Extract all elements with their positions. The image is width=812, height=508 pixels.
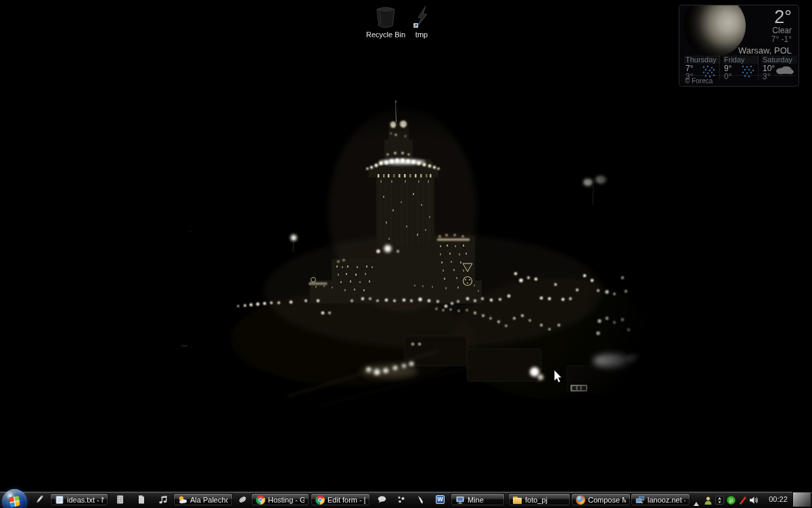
speech-bubble-icon[interactable] <box>377 494 387 505</box>
game-emblem-icon[interactable] <box>715 495 724 504</box>
weather-gadget[interactable]: 2° Clear 7° -1° Warsaw, POL Thursday 7° … <box>679 5 799 87</box>
chrome-icon <box>256 495 265 505</box>
foreca-credit: © Foreca <box>685 77 713 85</box>
gadget-divider <box>682 75 796 76</box>
volume-icon[interactable] <box>749 495 758 504</box>
forecast-day: Friday 9° 0° <box>719 56 758 81</box>
forecast-day: Saturday 10° 3° <box>758 56 796 81</box>
taskbar-button-putty[interactable]: lanooz.net - P... <box>631 493 690 506</box>
taskbar-button-chrome-edit-form[interactable]: Edit form - [ ... <box>311 493 370 506</box>
notepad-icon <box>55 495 64 505</box>
taskbar-button-mine[interactable]: Mine <box>451 493 505 506</box>
claw-icon[interactable] <box>415 494 426 505</box>
rain-showers-icon <box>740 64 756 82</box>
taskbar-button-notepad[interactable]: ideas.txt - Not... <box>50 493 108 506</box>
taskbar-button-weather-page[interactable]: Ala Palechow... <box>173 493 233 506</box>
desktop-icon-tmp[interactable]: tmp <box>396 3 447 39</box>
mouse-cursor <box>554 370 564 385</box>
utorrent-icon[interactable]: µ <box>727 495 736 504</box>
show-desktop-button[interactable] <box>792 492 811 507</box>
windows-logo-icon <box>9 496 20 508</box>
sun-cloud-icon <box>178 495 187 505</box>
moon-phase-image <box>683 5 746 57</box>
location: Warsaw, POL <box>738 46 792 56</box>
today-high-low: 7° -1° <box>738 35 792 44</box>
messenger-person-icon[interactable] <box>704 495 713 504</box>
firefox-icon <box>576 495 585 505</box>
current-temperature: 2° <box>738 7 792 26</box>
taskbar-clock[interactable]: 00:22 <box>763 491 793 508</box>
word-icon[interactable]: W <box>436 495 445 504</box>
folder-icon <box>513 495 522 505</box>
red-pointer-icon[interactable] <box>738 495 747 504</box>
folder-shortcut-icon <box>396 3 447 29</box>
pencil-icon[interactable] <box>35 494 45 505</box>
cloudy-icon <box>774 64 794 78</box>
brush-icon[interactable] <box>238 494 248 505</box>
taskbar-button-chrome-hosting[interactable]: Hosting - Goo... <box>251 493 309 506</box>
putty-terminal-icon <box>635 495 645 505</box>
computer-icon <box>455 495 465 505</box>
taskbar-button-foto-folder[interactable]: foto_pj <box>508 493 570 506</box>
document-icon[interactable] <box>136 494 146 505</box>
hidden-icons-arrow[interactable] <box>693 497 700 503</box>
notebook-icon[interactable] <box>115 494 125 505</box>
desktop-root: { "desktop": { "wallpaper_description": … <box>0 0 812 508</box>
dots-icon[interactable] <box>396 494 406 505</box>
desktop-icon-label: tmp <box>396 30 447 39</box>
chrome-icon <box>315 495 325 505</box>
music-note-icon[interactable] <box>158 494 168 505</box>
svg-text:µ: µ <box>729 497 733 503</box>
taskbar-button-firefox-compose[interactable]: Compose Mai... <box>571 493 631 506</box>
